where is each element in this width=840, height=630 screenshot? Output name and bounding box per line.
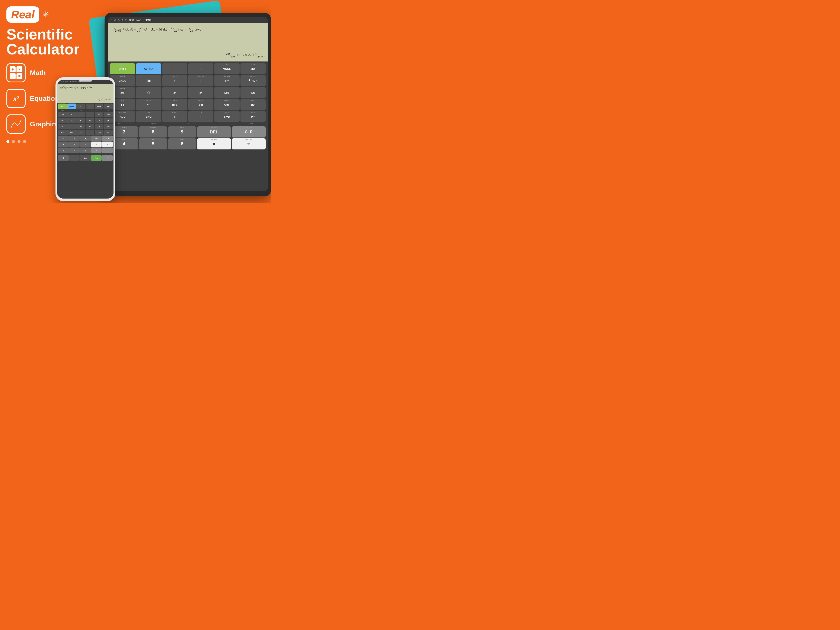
phone-clr[interactable]: CLR bbox=[102, 136, 113, 141]
phone-5[interactable]: 5 bbox=[69, 142, 80, 147]
sqrt-button[interactable]: √x bbox=[136, 87, 161, 98]
phone-math-mode[interactable]: MATH bbox=[73, 81, 77, 82]
sd-button[interactable]: aᵇ/c y S⇌D bbox=[214, 111, 239, 122]
phone-mp[interactable]: M+ bbox=[104, 130, 113, 135]
lparen-button[interactable]: % Cot⁻¹ ( bbox=[162, 111, 187, 122]
phone-7[interactable]: 7 bbox=[58, 136, 69, 141]
phone-exp[interactable]: Exp bbox=[80, 155, 91, 161]
divide-button[interactable]: Rec Floor ÷ bbox=[232, 138, 266, 149]
x2-button[interactable]: x² bbox=[162, 87, 187, 98]
phone-settings-icon[interactable]: ⚙ bbox=[65, 81, 66, 82]
phone-3[interactable]: 3 bbox=[80, 147, 91, 153]
ln-button[interactable]: Ln bbox=[240, 87, 266, 98]
eng-button[interactable]: i Cot ENG bbox=[136, 111, 161, 122]
settings-icon[interactable]: ⚙ bbox=[122, 19, 123, 22]
log-button[interactable]: Log bbox=[214, 87, 239, 98]
deg-button[interactable]: FACT b °'" bbox=[136, 99, 161, 110]
cos-button[interactable]: Cos⁻¹ e Cos bbox=[214, 99, 239, 110]
phone-mode[interactable]: MODE bbox=[95, 103, 103, 109]
phone-8[interactable]: 8 bbox=[69, 136, 80, 141]
hyp-button[interactable]: Abs c hyp bbox=[162, 99, 187, 110]
deg-mode[interactable]: DEG bbox=[129, 19, 134, 21]
phone-ab[interactable]: a/b bbox=[58, 118, 67, 123]
sin-button[interactable]: Sin⁻¹ d Sin bbox=[188, 99, 213, 110]
integral-button[interactable]: ∫dx bbox=[136, 75, 161, 86]
phone-rp[interactable]: ) bbox=[85, 130, 94, 135]
multiply-button[interactable]: Pol Celi × bbox=[197, 138, 231, 149]
x-inverse-button[interactable]: 10ˣ BIN x⁻¹ bbox=[214, 75, 239, 86]
dot-2[interactable] bbox=[12, 140, 15, 143]
phone-alpha[interactable]: ALPHA bbox=[67, 103, 76, 109]
phone-left[interactable]: ← bbox=[76, 103, 85, 109]
phone-x2[interactable]: x² bbox=[76, 118, 85, 123]
phone-deg[interactable]: °'" bbox=[67, 123, 76, 129]
phone-mul[interactable]: × bbox=[91, 142, 102, 147]
phone-plus[interactable]: + bbox=[91, 147, 102, 153]
phone-2[interactable]: 2 bbox=[69, 147, 80, 153]
phone-int[interactable]: ∫dx bbox=[67, 112, 76, 117]
phone-eq[interactable]: = bbox=[102, 155, 113, 161]
phone-shift[interactable]: SHIFT bbox=[58, 103, 67, 109]
phone-ans[interactable]: Ans bbox=[91, 155, 102, 161]
phone-sigma-icon[interactable]: Σ bbox=[68, 81, 68, 82]
sigma-icon[interactable]: Σ bbox=[125, 19, 127, 21]
phone-sqrt[interactable]: √x bbox=[67, 118, 76, 123]
phone-minus[interactable]: − bbox=[102, 147, 113, 153]
left-arrow-button[interactable]: ← bbox=[162, 63, 187, 74]
btn-6[interactable]: BASE 6 bbox=[168, 138, 196, 149]
phone-down[interactable]: ↓ bbox=[85, 112, 94, 117]
phone-xy[interactable]: xʸ bbox=[85, 118, 94, 123]
shift-button[interactable]: SOLVE = SHIFT bbox=[110, 63, 135, 74]
phone-log[interactable]: Log bbox=[95, 118, 103, 123]
phone-6[interactable]: 6 bbox=[80, 142, 91, 147]
alpha-button[interactable]: d/dx : ALPHA bbox=[136, 63, 161, 74]
phone-ln[interactable]: Ln bbox=[104, 118, 113, 123]
mode-button[interactable]: x! MODE bbox=[214, 63, 239, 74]
phone-neg[interactable]: (-) bbox=[58, 123, 67, 129]
del-button[interactable]: nPr GCD DEL bbox=[197, 127, 231, 138]
2nd-button[interactable]: Σ Π 2nd bbox=[240, 63, 266, 74]
phone-0[interactable]: 0 bbox=[58, 155, 69, 161]
phone-lp[interactable]: ( bbox=[76, 130, 85, 135]
tan-button[interactable]: Tan⁻¹ f Tan bbox=[240, 99, 266, 110]
phone-menu-icon[interactable]: ☰ bbox=[59, 81, 60, 82]
phone-xinv[interactable]: x⁻¹ bbox=[95, 112, 103, 117]
down-arrow-button[interactable]: DEC y√x ↓ bbox=[188, 75, 213, 86]
btn-9[interactable]: HELP 9 bbox=[168, 127, 196, 138]
phone-1[interactable]: 1 bbox=[58, 147, 69, 153]
mplus-button[interactable]: M- m M+ bbox=[240, 111, 266, 122]
rparen-button[interactable]: , x ) bbox=[188, 111, 213, 122]
phone-sin[interactable]: Sin bbox=[85, 123, 94, 129]
phone-rcl[interactable]: RCL bbox=[58, 130, 67, 135]
phone-eng[interactable]: ENG bbox=[67, 130, 76, 135]
dot-1[interactable] bbox=[6, 140, 9, 143]
phone-right[interactable]: → bbox=[85, 103, 94, 109]
xy-button[interactable]: xʸ bbox=[188, 87, 213, 98]
minus-circle-icon[interactable]: ⊖ bbox=[114, 19, 116, 22]
phone-del[interactable]: DEL bbox=[91, 136, 102, 141]
menu-icon[interactable]: ☰ bbox=[110, 19, 112, 22]
phone-4[interactable]: 4 bbox=[58, 142, 69, 147]
btn-5[interactable]: CMPLX 5 bbox=[139, 138, 167, 149]
phone-sd[interactable]: S⇌D bbox=[95, 130, 103, 135]
clr-button[interactable]: nCr LCM CLR bbox=[232, 127, 266, 138]
phone-div[interactable]: ÷ bbox=[102, 142, 113, 147]
phone-cos[interactable]: Cos bbox=[95, 123, 103, 129]
phone-dot[interactable]: . bbox=[69, 155, 80, 161]
plus-circle-icon[interactable]: ⊕ bbox=[118, 19, 120, 22]
math-mode[interactable]: MATH bbox=[136, 19, 142, 21]
right-arrow-button[interactable]: → bbox=[188, 63, 213, 74]
dot-4[interactable] bbox=[23, 140, 26, 143]
phone-calc[interactable]: CALC bbox=[58, 112, 67, 117]
phone-9[interactable]: 9 bbox=[80, 136, 91, 141]
dot-3[interactable] bbox=[17, 140, 21, 143]
phone-rad-mode[interactable]: RAD bbox=[70, 81, 73, 82]
btn-8[interactable]: VECTOR 8 bbox=[139, 127, 167, 138]
phone-2nd[interactable]: 2nd bbox=[104, 103, 113, 109]
phone-logax[interactable]: Logax bbox=[104, 112, 113, 117]
phone-tan[interactable]: Tan bbox=[104, 123, 113, 129]
logax-button[interactable]: eˣ OCT Logax bbox=[240, 75, 266, 86]
up-arrow-button[interactable]: ³√x x³ ↑ bbox=[162, 75, 187, 86]
phone-plus-icon[interactable]: ⊕ bbox=[63, 81, 65, 82]
phone-minus-icon[interactable]: ⊖ bbox=[61, 81, 62, 82]
